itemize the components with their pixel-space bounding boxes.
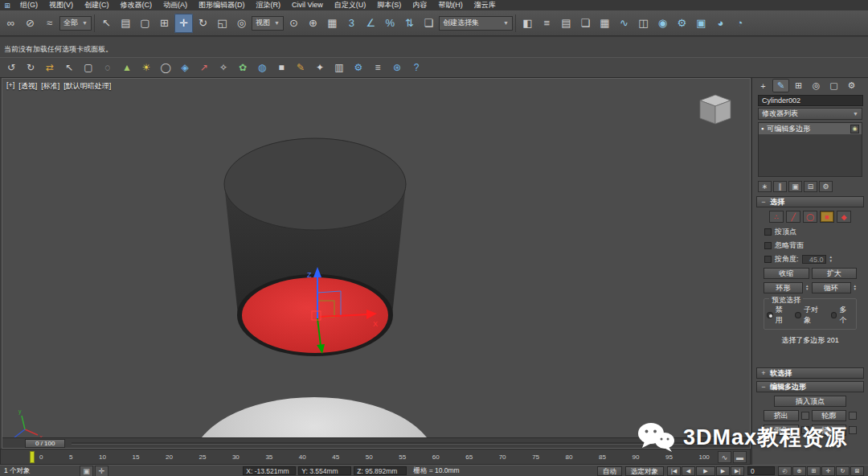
viewport-label[interactable]: [默认明暗处理] xyxy=(63,81,111,92)
remove-modifier-icon[interactable]: ⊟ xyxy=(804,181,817,192)
stack-item-editable-poly[interactable]: ▪ 可编辑多边形 ◉ xyxy=(759,123,862,134)
preview-radio[interactable]: 禁用 xyxy=(767,305,789,326)
viewport-label[interactable]: [+] xyxy=(6,81,14,92)
select-by-name-icon[interactable]: ▤ xyxy=(117,14,135,33)
sun-icon[interactable]: ☀ xyxy=(137,60,155,76)
undo-view-icon[interactable]: ↺ xyxy=(2,60,20,76)
extrude-settings-icon[interactable] xyxy=(801,412,809,420)
gear-icon[interactable]: ⚙ xyxy=(350,60,367,76)
go-to-start-icon[interactable]: |◀ xyxy=(667,466,681,476)
outline-settings-icon[interactable] xyxy=(849,412,857,420)
globe-icon[interactable]: ◍ xyxy=(253,60,271,76)
angle-snap-icon[interactable]: ∠ xyxy=(362,14,380,33)
spark-icon[interactable]: ✦ xyxy=(311,60,329,76)
sphere-icon[interactable]: ◯ xyxy=(157,60,174,76)
insert-button[interactable]: 插入 xyxy=(812,425,847,436)
play-icon[interactable]: ▶ xyxy=(696,466,715,476)
polygon-icon[interactable]: ■ xyxy=(820,211,834,223)
align-icon[interactable]: ≡ xyxy=(538,14,556,33)
list-icon[interactable]: ≡ xyxy=(369,60,387,76)
snaps-toggle-icon[interactable]: 3 xyxy=(342,14,361,33)
menu-item[interactable]: 内容 xyxy=(407,0,432,10)
stack-visibility-icon[interactable]: ◉ xyxy=(850,125,859,133)
time-marker[interactable] xyxy=(30,451,35,463)
ring-button[interactable]: 环形 xyxy=(764,282,803,293)
select-and-move-icon[interactable]: ✛ xyxy=(174,14,193,33)
pin-stack-icon[interactable]: ∗ xyxy=(758,181,772,192)
make-unique-icon[interactable]: ▣ xyxy=(788,181,802,192)
object-name-field[interactable] xyxy=(758,95,863,106)
bevel-settings-icon[interactable] xyxy=(801,426,809,434)
help-icon[interactable]: ? xyxy=(407,60,425,76)
loop-button[interactable]: 循环 xyxy=(812,282,851,293)
select-and-rotate-icon[interactable]: ↻ xyxy=(194,14,212,33)
menu-item[interactable]: 脚本(S) xyxy=(371,0,407,10)
render-small-icon[interactable]: ⊛ xyxy=(388,60,406,76)
angle-value-field[interactable]: 45.0 xyxy=(802,255,826,264)
cone-icon[interactable]: ▲ xyxy=(118,60,136,76)
by-angle-checkbox[interactable]: 按角度: 45.0 ▲▼ xyxy=(756,252,864,266)
menu-item[interactable]: 自定义(U) xyxy=(329,0,372,10)
viewcube[interactable] xyxy=(700,95,731,124)
current-frame-field[interactable]: 0 xyxy=(747,466,775,475)
select-and-link-icon[interactable]: ∞ xyxy=(2,14,20,33)
named-selection-set-dropdown[interactable]: 创建选择集▼ xyxy=(439,16,513,31)
next-frame-icon[interactable]: ▶ xyxy=(716,466,730,476)
diamond-icon[interactable]: ◈ xyxy=(176,60,194,76)
time-config-icon[interactable]: ◴ xyxy=(778,466,792,476)
mirror-icon[interactable]: ◧ xyxy=(518,14,537,33)
menu-item[interactable]: Civil View xyxy=(286,0,329,10)
by-vertex-checkbox[interactable]: 按顶点 xyxy=(756,225,864,239)
leaf-icon[interactable]: ✿ xyxy=(234,60,252,76)
extrude-button[interactable]: 挤出 xyxy=(764,410,799,421)
zoom-icon[interactable]: ⊕ xyxy=(792,466,806,476)
select-and-manipulate-icon[interactable]: ⊕ xyxy=(304,14,322,33)
preview-radio[interactable]: 子对象 xyxy=(795,305,825,326)
menu-item[interactable]: 创建(C) xyxy=(79,0,115,10)
time-slider-thumb[interactable]: 0 / 100 xyxy=(25,439,65,448)
material-editor-icon[interactable]: ◉ xyxy=(653,14,672,33)
preview-radio[interactable]: 多个 xyxy=(831,305,854,326)
previous-frame-icon[interactable]: ◀ xyxy=(682,466,695,476)
coordinate-display[interactable]: Y: 3.554mm xyxy=(298,466,351,475)
element-icon[interactable]: ◆ xyxy=(837,211,851,223)
render-setup-icon[interactable]: ⚙ xyxy=(673,14,691,33)
key-filter-button[interactable]: 选定对象 xyxy=(625,466,664,476)
pan-icon[interactable]: ✛ xyxy=(821,466,835,476)
arrow-ne-icon[interactable]: ↗ xyxy=(195,60,213,76)
menu-item[interactable]: 渲染(R) xyxy=(251,0,287,10)
menu-item[interactable]: 帮助(H) xyxy=(432,0,469,10)
display-tab-icon[interactable]: ▢ xyxy=(825,79,842,92)
unlink-selection-icon[interactable]: ⊘ xyxy=(21,14,39,33)
go-to-end-icon[interactable]: ▶| xyxy=(731,466,744,476)
chart-icon[interactable]: ▥ xyxy=(330,60,348,76)
pencil-icon[interactable]: ✎ xyxy=(292,60,309,76)
select-object-icon[interactable]: ↖ xyxy=(97,14,116,33)
outline-button[interactable]: 轮廓 xyxy=(812,410,847,421)
soft-select-icon[interactable]: ◌ xyxy=(99,60,117,76)
maximize-viewport-icon[interactable]: ⊠ xyxy=(850,466,864,476)
window-crossing-icon[interactable]: ⊞ xyxy=(155,14,174,33)
insert-vertex-button[interactable]: 插入顶点 xyxy=(774,396,846,407)
soft-selection-header[interactable]: + 软选择 xyxy=(756,367,864,379)
menu-item[interactable]: 图形编辑器(D) xyxy=(193,0,251,10)
motion-tab-icon[interactable]: ◎ xyxy=(808,79,825,92)
scene-explorer-icon[interactable]: ▤ xyxy=(557,14,575,33)
edge-icon[interactable]: ╱ xyxy=(786,211,800,223)
ribbon-toggle-icon[interactable]: ▦ xyxy=(596,14,614,33)
cube-icon[interactable]: ■ xyxy=(272,60,290,76)
vertex-icon[interactable]: ∴ xyxy=(769,211,784,223)
use-pivot-center-icon[interactable]: ⊙ xyxy=(285,14,303,33)
hierarchy-tab-icon[interactable]: ⊞ xyxy=(790,79,807,92)
percent-snap-icon[interactable]: % xyxy=(381,14,399,33)
orbit-icon[interactable]: ↻ xyxy=(836,466,850,476)
configure-modifier-sets-icon[interactable]: ⚙ xyxy=(819,181,833,192)
selection-range-icon[interactable]: ▬ xyxy=(733,451,747,463)
utilities-tab-icon[interactable]: ⚙ xyxy=(843,79,860,92)
render-production-icon[interactable]: ◕ xyxy=(711,14,730,33)
modifier-stack[interactable]: ▪ 可编辑多边形 ◉ xyxy=(758,122,862,177)
menu-item[interactable]: 视图(V) xyxy=(43,0,79,10)
bind-to-space-warp-icon[interactable]: ≈ xyxy=(40,14,59,33)
open-mini-curve-editor-icon[interactable]: ∿ xyxy=(718,451,731,463)
render-iterative-icon[interactable]: ◔ xyxy=(731,14,749,33)
